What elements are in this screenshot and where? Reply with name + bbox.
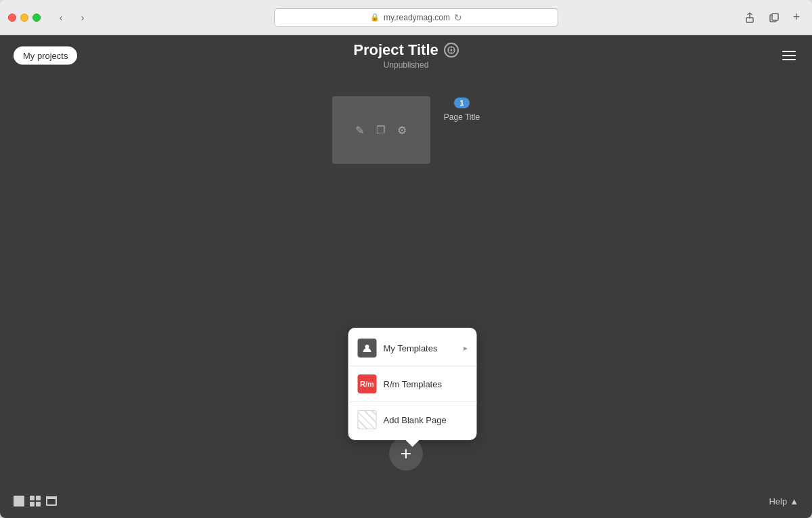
traffic-lights [8,14,41,22]
page-title-label: Page Title [444,112,480,122]
svg-point-4 [450,49,452,51]
project-title: Project Title [353,41,438,59]
my-templates-arrow: ▸ [464,343,468,353]
reload-icon: ↻ [454,12,462,23]
svg-point-6 [451,52,452,53]
rm-icon: R/m [358,374,377,393]
help-button[interactable]: Help ▲ [769,496,798,506]
help-label: Help [769,496,787,506]
browser-window: ‹ › 🔒 my.readymag.com ↻ + My projects [0,0,812,518]
edit-page-icon[interactable]: ✎ [355,124,364,137]
my-templates-icon [358,339,377,358]
address-bar-container: 🔒 my.readymag.com ↻ [97,8,735,27]
grid-view-icon [30,496,41,506]
templates-popup-menu: My Templates ▸ R/m R/m Templates Add Bla… [348,328,477,440]
add-blank-page-label: Add Blank Page [384,415,468,425]
archive-view-icon [46,496,57,506]
browser-titlebar: ‹ › 🔒 my.readymag.com ↻ + [0,0,812,35]
add-blank-page-item[interactable]: Add Blank Page [348,404,477,436]
rm-templates-icon: R/m [358,374,377,393]
project-settings-icon[interactable] [444,43,459,58]
traffic-light-close[interactable] [8,14,16,22]
popup-divider-1 [348,366,477,366]
archive-view-button[interactable] [46,496,57,506]
blank-icon [358,410,377,429]
address-text: my.readymag.com [384,13,450,22]
duplicate-button[interactable] [765,10,784,25]
add-tab-button[interactable]: + [789,10,804,25]
nav-buttons: ‹ › [51,11,92,24]
popup-divider-2 [348,402,477,402]
rm-templates-label: R/m Templates [384,379,468,389]
traffic-light-minimize[interactable] [20,14,28,22]
help-arrow: ▲ [790,496,798,506]
svg-point-8 [453,49,455,51]
add-blank-page-icon [358,410,377,429]
my-templates-item[interactable]: My Templates ▸ [348,332,477,364]
project-info: Project Title Unpublished [353,41,459,70]
page-thumbnail[interactable]: ✎ ❐ ⚙ [332,96,430,164]
hamburger-line-3 [782,59,796,60]
rm-templates-item[interactable]: R/m R/m Templates [348,368,477,400]
page-label-area: 1 Page Title [444,98,480,122]
svg-point-7 [448,49,449,51]
lock-icon: 🔒 [370,13,380,22]
app-topbar: My projects Project Title [0,35,812,76]
person-icon [358,339,377,358]
app-area: My projects Project Title [0,35,812,518]
browser-actions: + [740,10,804,25]
svg-point-5 [451,47,452,48]
project-title-row: Project Title [353,41,459,59]
app-bottombar: Help ▲ [0,484,812,518]
hamburger-line-2 [782,55,796,56]
traffic-light-fullscreen[interactable] [32,14,41,22]
back-to-projects-button[interactable]: My projects [14,47,77,65]
project-status: Unpublished [384,60,429,70]
single-view-icon [14,496,24,506]
page-settings-icon[interactable]: ⚙ [397,124,407,137]
back-nav-button[interactable]: ‹ [51,11,70,24]
hamburger-line-1 [782,51,796,52]
svg-rect-2 [772,14,778,20]
view-icons [14,496,57,506]
hamburger-button[interactable] [780,48,798,63]
copy-page-icon[interactable]: ❐ [376,124,385,136]
page-number-badge: 1 [454,98,469,108]
address-bar[interactable]: 🔒 my.readymag.com ↻ [274,8,558,27]
share-button[interactable] [740,10,759,25]
my-templates-label: My Templates [384,343,457,353]
forward-nav-button[interactable]: › [73,11,92,24]
grid-view-button[interactable] [30,496,41,506]
single-view-button[interactable] [14,496,24,506]
